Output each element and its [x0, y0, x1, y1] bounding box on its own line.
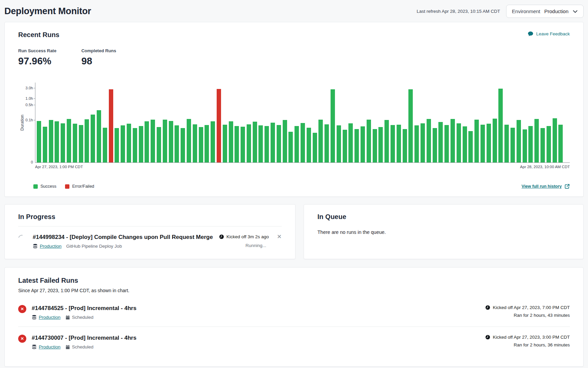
chart-bar-success: [384, 120, 389, 162]
chart-bar-success: [504, 125, 509, 162]
chart-bar-success: [199, 127, 203, 162]
leave-feedback-label: Leave Feedback: [536, 31, 570, 36]
stats-row: Run Success Rate 97.96% Completed Runs 9…: [18, 48, 570, 67]
database-icon: [32, 344, 37, 349]
latest-failed-runs-card: Latest Failed Runs Since Apr 27, 2023, 1…: [4, 267, 584, 367]
divider: [18, 226, 282, 226]
chart-bar-success: [277, 125, 281, 162]
chart-bar-success: [115, 128, 119, 162]
chart-bar-success: [553, 118, 557, 162]
chart-y-axis-title: Duration: [20, 115, 25, 130]
calendar-icon: [65, 345, 70, 349]
page-title: Deployment Monitor: [4, 6, 91, 17]
chart-bar-success: [373, 129, 377, 163]
chart-bar-success: [354, 129, 359, 163]
chart-bar-success: [444, 125, 449, 162]
legend-item: Error/Failed: [65, 184, 94, 189]
close-button[interactable]: ✕: [277, 234, 282, 240]
chart-bar-success: [97, 110, 101, 162]
stat-run-success-rate: Run Success Rate 97.96%: [18, 48, 56, 67]
chart-bar-success: [79, 125, 83, 162]
legend-label: Success: [40, 184, 56, 189]
chart-bar-success: [331, 89, 335, 162]
environment-dropdown-label: Environment: [512, 8, 540, 14]
view-run-history-label[interactable]: View full run history: [522, 184, 562, 189]
chart-y-tick-label: 1.0h: [26, 97, 33, 101]
chart-bar-success: [211, 121, 215, 162]
legend-item: Success: [33, 184, 56, 189]
chart-bar-failed: [109, 89, 113, 162]
chart-y-tick-label: 0.5h: [26, 103, 33, 107]
chart-bar-success: [157, 127, 161, 162]
chart-bar-success: [547, 126, 551, 162]
stat-label: Completed Runs: [81, 48, 116, 53]
chart-bar-success: [85, 119, 89, 162]
chart-bar-success: [151, 120, 155, 162]
chart-bar-success: [229, 121, 233, 162]
in-progress-run-row: #144998234 - [Deploy] Compile Changes up…: [18, 234, 282, 249]
chart-bar-success: [265, 126, 269, 162]
in-queue-empty-message: There are no runs in the queue.: [317, 229, 570, 235]
legend-swatch: [65, 184, 69, 189]
chart-bar-success: [324, 124, 329, 162]
calendar-icon: [65, 315, 70, 320]
chart-bar-success: [337, 125, 341, 162]
run-status-text: Running...: [245, 243, 266, 248]
chart-bar-success: [427, 119, 431, 162]
chart-bar-success: [253, 122, 257, 162]
chart-x-end-label: Apr 28, 2023, 10:00 AM CDT: [520, 165, 570, 169]
leave-feedback-link[interactable]: Leave Feedback: [528, 31, 570, 37]
run-duration-text: Ran for 2 hours, 36 minutes: [514, 342, 570, 347]
chart-bar-success: [421, 123, 425, 162]
view-run-history-link[interactable]: View full run history: [522, 184, 570, 189]
environment-dropdown[interactable]: Environment Production: [506, 5, 584, 18]
chart-bar-success: [55, 121, 59, 162]
environment-dropdown-value: Production: [544, 8, 568, 14]
chart-y-tick-label: 0: [31, 160, 33, 164]
chart-bar-success: [91, 115, 95, 162]
kicked-off-text: Kicked off Apr 27, 2023, 7:00 PM CDT: [485, 305, 570, 310]
chart-bar-success: [408, 89, 413, 162]
chart-bar-success: [318, 120, 323, 162]
chart-bar-success: [307, 128, 311, 162]
chart-bars: [37, 82, 563, 162]
chart-bar-success: [438, 122, 443, 162]
chart-bar-success: [258, 125, 263, 162]
chart-bar-success: [61, 123, 65, 162]
in-queue-title: In Queue: [317, 213, 570, 221]
schedule-tag: Scheduled: [65, 315, 94, 320]
spinner-icon: [17, 234, 27, 243]
chart-bar-success: [498, 89, 503, 162]
chart-bar-success: [534, 119, 539, 162]
schedule-tag: Scheduled: [65, 344, 94, 349]
chart-bar-success: [540, 128, 545, 162]
chart-bar-success: [295, 126, 299, 162]
clock-icon: [219, 234, 224, 239]
chart-bar-success: [451, 119, 455, 162]
run-duration-text: Ran for 2 hours, 43 minutes: [514, 313, 570, 318]
production-link[interactable]: Production: [40, 244, 62, 249]
chart-plot-area: [35, 83, 570, 163]
chart-bar-success: [487, 124, 491, 162]
chart-bar-success: [433, 128, 437, 162]
legend-label: Error/Failed: [72, 184, 94, 189]
stat-label: Run Success Rate: [18, 48, 56, 53]
chart-bar-success: [468, 131, 473, 162]
production-link[interactable]: Production: [39, 344, 61, 349]
production-link[interactable]: Production: [39, 315, 61, 320]
latest-failed-title: Latest Failed Runs: [18, 277, 570, 284]
chart-bar-success: [348, 123, 353, 162]
kicked-off-text: Kicked off 3m 2s ago: [219, 234, 269, 239]
chart-bar-success: [181, 128, 185, 162]
top-bar: Deployment Monitor Last refresh Apr 28, …: [4, 0, 584, 22]
schedule-label: Scheduled: [72, 344, 94, 349]
chart-x-axis: Apr 27, 2023, 1:00 PM CDT Apr 28, 2023, …: [35, 165, 570, 169]
chart-bar-success: [103, 128, 107, 162]
chart-bar-success: [558, 125, 563, 162]
chart-bar-success: [187, 119, 191, 162]
chevron-down-icon: [572, 9, 578, 14]
chart-bar-success: [169, 121, 173, 163]
chart-bar-success: [223, 125, 227, 162]
in-progress-card: In Progress #144998234 - [Deploy] Compil…: [4, 204, 296, 259]
chart-x-start-label: Apr 27, 2023, 1:00 PM CDT: [35, 165, 83, 169]
